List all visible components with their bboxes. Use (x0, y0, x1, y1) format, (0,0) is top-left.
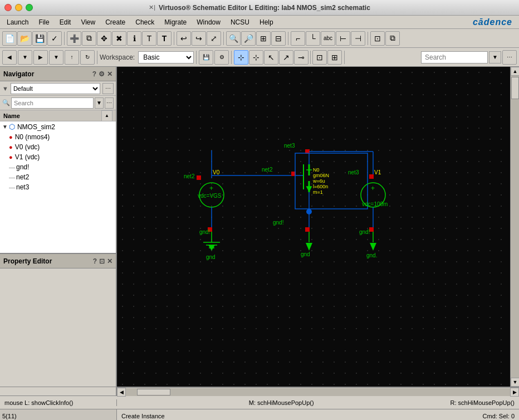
check-button[interactable]: ✓ (47, 31, 62, 46)
text-button[interactable]: T (142, 31, 156, 46)
nav-item-v1[interactable]: ● V1 (vdc) (0, 152, 116, 162)
menu-help[interactable]: Help (255, 17, 278, 27)
save-button[interactable]: 💾 (32, 31, 47, 46)
sel-btn6[interactable]: ⊡ (312, 50, 327, 65)
nav-help-icon[interactable]: ? (92, 70, 96, 78)
prop-close-icon[interactable]: ✕ (107, 257, 112, 265)
nav-item-root[interactable]: ▼ ⬡ NMOS_sim2 (0, 121, 116, 132)
menu-ncsu[interactable]: NCSU (226, 17, 254, 27)
menu-check[interactable]: Check (131, 17, 159, 27)
zoom-btn4[interactable]: ⊟ (271, 31, 286, 46)
hscroll-thumb[interactable] (137, 389, 170, 395)
sep7 (196, 51, 197, 64)
info-button[interactable]: ℹ (127, 31, 141, 46)
copy-button[interactable]: ⧉ (82, 31, 96, 46)
add-button[interactable]: ➕ (67, 31, 81, 46)
undo-button[interactable]: ↩ (177, 31, 191, 46)
search-dropdown-button[interactable]: ▼ (489, 51, 501, 64)
nav-search-input[interactable] (11, 97, 94, 109)
nav-search-options[interactable]: ⋯ (105, 97, 114, 109)
menu-file[interactable]: File (34, 17, 53, 27)
maximize-button[interactable] (26, 4, 33, 11)
search-input[interactable] (421, 51, 488, 64)
open-button[interactable]: 📂 (17, 31, 32, 46)
extra-btn2[interactable]: ⧉ (385, 31, 400, 46)
nav-dropdown1[interactable]: ▼ (18, 50, 32, 65)
nav-up-button[interactable]: ↑ (65, 50, 79, 65)
menu-launch[interactable]: Launch (2, 17, 33, 27)
nav-item-n0[interactable]: ● N0 (nmos4) (0, 132, 116, 142)
route-btn2[interactable]: ⊣ (351, 31, 365, 46)
vertical-scrollbar[interactable]: ▲ ▼ (510, 67, 519, 387)
text2-button[interactable]: T (157, 31, 172, 46)
hscroll-track[interactable] (126, 388, 510, 396)
nav-item-gnd[interactable]: — gnd! (0, 162, 116, 172)
sel-btn2[interactable]: ⊹ (249, 50, 263, 65)
fitall-button[interactable]: ⤢ (207, 31, 221, 46)
close-button[interactable] (4, 4, 12, 11)
prop-help-icon[interactable]: ? (93, 257, 97, 265)
net-icon2: — (9, 174, 15, 180)
abc-button[interactable]: abc (321, 31, 335, 46)
nav-item-net3[interactable]: — net3 (0, 182, 116, 192)
zoomin-button[interactable]: 🔍 (226, 31, 241, 46)
move-button[interactable]: ✥ (97, 31, 111, 46)
sel-btn7[interactable]: ⊞ (327, 50, 342, 65)
menu-edit[interactable]: Edit (55, 17, 76, 27)
new-button[interactable]: 📄 (2, 31, 17, 46)
workspace-select[interactable]: Basic (138, 51, 194, 64)
delete-button[interactable]: ✖ (112, 31, 126, 46)
wire2-button[interactable]: └ (306, 31, 320, 46)
nav-item-v0[interactable]: ● V0 (vdc) (0, 142, 116, 152)
nav-back-button[interactable]: ◀ (2, 50, 17, 65)
menu-create[interactable]: Create (101, 17, 130, 27)
zoom-btn3[interactable]: ⊞ (256, 31, 271, 46)
nav-search-dropdown[interactable]: ▼ (95, 97, 104, 109)
filter-select[interactable]: Default (11, 83, 100, 94)
nav-reload-button[interactable]: ↻ (80, 50, 95, 65)
redo-button[interactable]: ↪ (192, 31, 206, 46)
save-workspace-button[interactable]: 💾 (199, 50, 213, 65)
nav-close-icon[interactable]: ✕ (107, 70, 112, 78)
net3-label-drain: net3 (284, 143, 295, 149)
nav-dropdown2[interactable]: ▼ (49, 50, 63, 65)
property-editor: Property Editor ? ⊡ ✕ (0, 253, 116, 387)
horizontal-scrollbar[interactable]: ◀ ▶ (117, 387, 519, 396)
nav-settings-icon[interactable]: ⚙ (99, 70, 105, 78)
nav-scroll-up-button[interactable]: ▲ (101, 110, 112, 121)
window-controls[interactable] (4, 4, 33, 11)
sep4 (288, 32, 288, 45)
search-options-button[interactable]: ⋯ (502, 50, 517, 65)
sel-btn4[interactable]: ↗ (279, 50, 293, 65)
scroll-track[interactable] (511, 76, 519, 378)
zoomout-button[interactable]: 🔎 (241, 31, 256, 46)
nav-item-net2[interactable]: — net2 (0, 172, 116, 182)
status-center: M: schHiMousePopUp() (117, 399, 445, 406)
route-btn[interactable]: ⊢ (336, 31, 350, 46)
sel-btn5[interactable]: ⊸ (294, 50, 309, 65)
nav-item-label: N0 (nmos4) (15, 133, 50, 141)
scroll-left-button[interactable]: ◀ (117, 388, 126, 397)
prop-restore-icon[interactable]: ⊡ (99, 257, 105, 265)
wire-button[interactable]: ⌐ (291, 31, 305, 46)
sel-btn1[interactable]: ⊹ (234, 50, 248, 65)
scroll-down-button[interactable]: ▼ (511, 378, 519, 387)
nav-forward-button[interactable]: ▶ (33, 50, 48, 65)
minimize-button[interactable] (15, 4, 22, 11)
navigator-filter: ▼ Default ⋯ (0, 81, 116, 96)
manage-workspace-button[interactable]: ⚙ (214, 50, 229, 65)
cadence-logo: cādence (473, 17, 512, 27)
menu-migrate[interactable]: Migrate (160, 17, 191, 27)
filter-options-button[interactable]: ⋯ (102, 83, 114, 94)
workspace-label: Workspace: (100, 53, 135, 61)
status-bar: mouse L: showClickInfo() M: schHiMousePo… (0, 395, 519, 409)
scroll-up-button[interactable]: ▲ (511, 67, 519, 76)
sel-btn3[interactable]: ↖ (264, 50, 278, 65)
menu-view[interactable]: View (76, 17, 100, 27)
menu-window[interactable]: Window (192, 17, 225, 27)
canvas-area[interactable]: vdc=VGS + net2 gnd! gnd net2 (117, 67, 519, 387)
main-area: Navigator ? ⚙ ✕ ▼ Default ⋯ 🔍 ▼ ⋯ Name ▲ (0, 67, 519, 387)
scroll-right-button[interactable]: ▶ (510, 388, 519, 397)
extra-btn1[interactable]: ⊡ (370, 31, 385, 46)
scroll-thumb[interactable] (511, 77, 519, 99)
